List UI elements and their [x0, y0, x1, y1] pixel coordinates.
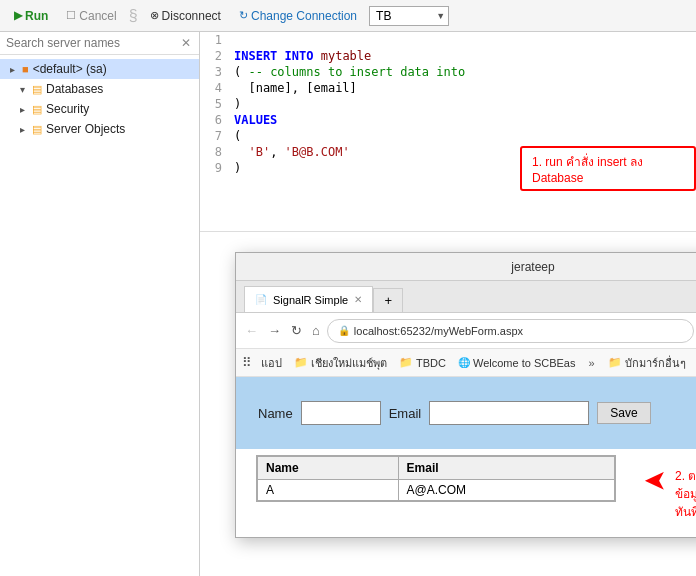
forward-button[interactable]: →	[265, 321, 284, 340]
sidebar-item-databases[interactable]: ▾ ▤ Databases	[0, 79, 199, 99]
sql-line-3: 3 ( -- columns to insert data into	[200, 64, 696, 80]
cancel-button[interactable]: ☐ Cancel	[60, 7, 122, 25]
tab-label: SignalR Simple	[273, 294, 348, 306]
tab-icon: 📄	[255, 294, 267, 305]
name-input[interactable]	[301, 401, 381, 425]
expand-icon: ▸	[6, 64, 18, 75]
sql-line-1: 1	[200, 32, 696, 48]
lock-icon: 🔒	[338, 325, 350, 336]
back-button[interactable]: ←	[242, 321, 261, 340]
sql-editor[interactable]: 1 2 INSERT INTO mytable 3 ( -- columns t…	[200, 32, 696, 232]
email-input[interactable]	[429, 401, 589, 425]
bookmark-other[interactable]: 📁 บักมาร์กอื่นๆ	[605, 353, 689, 373]
web-form-row: Name Email Save	[248, 393, 696, 433]
address-bar[interactable]: 🔒 localhost:65232/myWebForm.aspx	[327, 319, 694, 343]
change-icon: ↻	[239, 9, 248, 22]
browser-addressbar: ← → ↻ ⌂ 🔒 localhost:65232/myWebForm.aspx…	[236, 313, 696, 349]
sidebar-item-label: Security	[46, 102, 89, 116]
sidebar-item-label: Databases	[46, 82, 103, 96]
sql-line-9: 9 )	[200, 160, 696, 176]
col-header-email: Email	[398, 457, 614, 480]
url-text: localhost:65232/myWebForm.aspx	[354, 325, 683, 337]
server-icon: ■	[22, 63, 29, 75]
sidebar-search-bar: ✕	[0, 32, 199, 55]
cell-email: A@A.COM	[398, 480, 614, 501]
expand-icon: ▸	[16, 104, 28, 115]
sql-lines: 1 2 INSERT INTO mytable 3 ( -- columns t…	[200, 32, 696, 176]
sidebar-item-label: <default> (sa)	[33, 62, 107, 76]
disconnect-button[interactable]: ⊗ Disconnect	[144, 7, 227, 25]
toolbar: ▶ Run ☐ Cancel § ⊗ Disconnect ↻ Change C…	[0, 0, 696, 32]
bookmark-tbdc[interactable]: 📁 TBDC	[396, 355, 449, 370]
annotation-2-text: 2. ตรงนี้จะต้องแสดงข้อมูลทันที	[675, 467, 696, 521]
cell-name: A	[258, 480, 399, 501]
col-header-name: Name	[258, 457, 399, 480]
browser-tabbar: 📄 SignalR Simple ✕ +	[236, 281, 696, 313]
folder-icon: 📁	[399, 356, 413, 369]
run-icon: ▶	[14, 9, 22, 22]
sidebar-tree: ▸ ■ <default> (sa) ▾ ▤ Databases ▸ ▤ Sec…	[0, 55, 199, 576]
table-row: A A@A.COM	[258, 480, 615, 501]
sidebar-item-label: Server Objects	[46, 122, 125, 136]
separator: §	[129, 7, 138, 25]
security-icon: ▤	[32, 103, 42, 116]
site-icon: 🌐	[458, 357, 470, 368]
web-content: Name Email Save	[236, 377, 696, 449]
sidebar-item-security[interactable]: ▸ ▤ Security	[0, 99, 199, 119]
bookmark-scbeas[interactable]: 🌐 Welcome to SCBEas	[455, 356, 579, 370]
disconnect-icon: ⊗	[150, 9, 159, 22]
sidebar-item-default[interactable]: ▸ ■ <default> (sa)	[0, 59, 199, 79]
sql-line-6: 6 VALUES	[200, 112, 696, 128]
editor-area: 1 2 INSERT INTO mytable 3 ( -- columns t…	[200, 32, 696, 576]
save-button[interactable]: Save	[597, 402, 650, 424]
table-header-row: Name Email	[258, 457, 615, 480]
expand-icon: ▾	[16, 84, 28, 95]
main-content: ✕ ▸ ■ <default> (sa) ▾ ▤ Databases ▸ ▤ S…	[0, 32, 696, 576]
sql-line-2: 2 INSERT INTO mytable	[200, 48, 696, 64]
sql-line-4: 4 [name], [email]	[200, 80, 696, 96]
bookmarks-bar: ⠿ แอป 📁 เชียงใหม่แมช์พุต 📁 TBDC 🌐 Welcom…	[236, 349, 696, 377]
email-label: Email	[389, 406, 422, 421]
folder-icon: 📁	[294, 356, 308, 369]
sidebar-item-server-objects[interactable]: ▸ ▤ Server Objects	[0, 119, 199, 139]
clear-search-icon[interactable]: ✕	[179, 36, 193, 50]
apps-icon[interactable]: ⠿	[242, 355, 252, 370]
run-button[interactable]: ▶ Run	[8, 7, 54, 25]
cancel-icon: ☐	[66, 9, 76, 22]
folder-icon: 📁	[608, 356, 622, 369]
name-label: Name	[258, 406, 293, 421]
bookmark-chiangmai[interactable]: 📁 เชียงใหม่แมช์พุต	[291, 353, 390, 373]
db-selector[interactable]: TB	[369, 6, 449, 26]
server-objects-icon: ▤	[32, 123, 42, 136]
sql-line-7: 7 (	[200, 128, 696, 144]
sql-line-5: 5 )	[200, 96, 696, 112]
browser-window: jerateep — □ ✕ 📄 SignalR Simple ✕ +	[235, 252, 696, 538]
arrow-icon: ➤	[644, 467, 667, 495]
browser-title: jerateep	[304, 260, 696, 274]
database-icon: ▤	[32, 83, 42, 96]
data-table: Name Email A A@A.COM	[257, 456, 615, 501]
db-selector-wrapper: TB	[369, 6, 449, 26]
browser-titlebar: jerateep — □ ✕	[236, 253, 696, 281]
more-bookmarks[interactable]: »	[584, 356, 598, 370]
editor-relative: 1 2 INSERT INTO mytable 3 ( -- columns t…	[200, 32, 696, 576]
bookmark-apps[interactable]: แอป	[258, 353, 285, 373]
annotation-2: ➤ 2. ตรงนี้จะต้องแสดงข้อมูลทันที	[634, 463, 696, 529]
home-button[interactable]: ⌂	[309, 321, 323, 340]
new-tab-button[interactable]: +	[373, 288, 403, 312]
reload-button[interactable]: ↻	[288, 321, 305, 340]
search-input[interactable]	[6, 36, 179, 50]
data-table-wrapper: Name Email A A@A.COM	[256, 455, 616, 502]
tab-close-icon[interactable]: ✕	[354, 294, 362, 305]
sidebar: ✕ ▸ ■ <default> (sa) ▾ ▤ Databases ▸ ▤ S…	[0, 32, 200, 576]
sql-line-8: 8 'B', 'B@B.COM'	[200, 144, 696, 160]
change-connection-button[interactable]: ↻ Change Connection	[233, 7, 363, 25]
expand-icon: ▸	[16, 124, 28, 135]
browser-tab[interactable]: 📄 SignalR Simple ✕	[244, 286, 373, 312]
